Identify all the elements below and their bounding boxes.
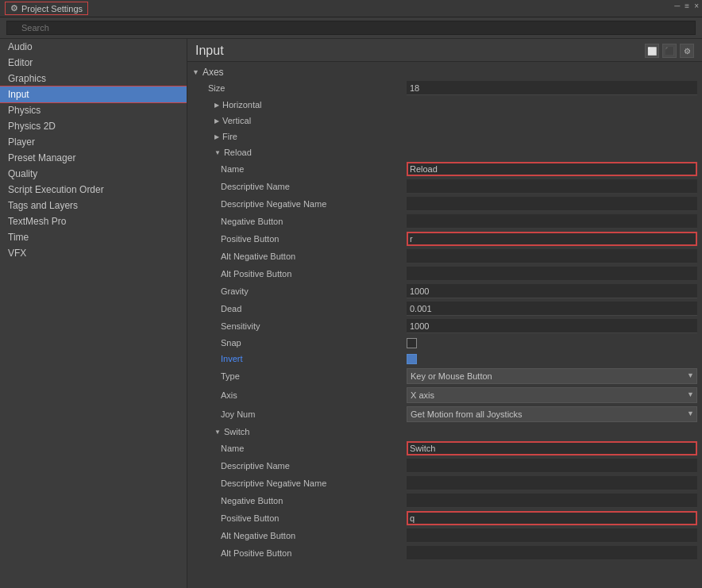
reload-sensitivity-input[interactable] <box>407 319 697 333</box>
reload-desc-neg-value <box>407 197 697 211</box>
horizontal-label[interactable]: ▶ Horizontal <box>192 100 407 110</box>
sidebar-item-tags-layers[interactable]: Tags and Layers <box>0 198 187 213</box>
reload-joynum-row: Joy Num Get Motion from all Joysticks Jo… <box>192 405 697 424</box>
horizontal-row: ▶ Horizontal <box>192 97 697 113</box>
snap-checkbox[interactable] <box>407 338 417 348</box>
switch-desc-neg-label: Descriptive Negative Name <box>192 478 407 488</box>
reload-alt-neg-label: Alt Negative Button <box>192 252 407 261</box>
switch-desc-neg-row: Descriptive Negative Name <box>192 475 697 492</box>
reload-sensitivity-value <box>407 319 697 333</box>
switch-pos-btn-label: Positive Button <box>192 513 407 523</box>
sidebar-item-script-execution[interactable]: Script Execution Order <box>0 182 187 198</box>
sidebar-item-preset-manager[interactable]: Preset Manager <box>0 150 187 166</box>
reload-type-row: Type Key or Mouse Button Mouse Movement … <box>192 367 697 386</box>
joynum-select[interactable]: Get Motion from all Joysticks Joystick 1… <box>407 406 697 422</box>
reload-dead-label: Dead <box>192 304 407 313</box>
switch-pos-btn-row: Positive Button <box>192 509 697 527</box>
reload-desc-name-row: Descriptive Name <box>192 178 697 195</box>
title-bar-controls: ─ ≡ × <box>674 2 699 10</box>
sidebar-item-vfx[interactable]: VFX <box>0 245 187 261</box>
sidebar-item-quality[interactable]: Quality <box>0 166 187 182</box>
sidebar-item-physics2d[interactable]: Physics 2D <box>0 118 187 134</box>
invert-checkbox[interactable] <box>407 354 417 364</box>
reload-snap-value <box>407 338 697 348</box>
switch-alt-neg-value <box>407 528 697 543</box>
switch-alt-neg-row: Alt Negative Button <box>192 527 697 544</box>
reload-sensitivity-row: Sensitivity <box>192 317 697 335</box>
reload-alt-pos-input[interactable] <box>407 267 697 281</box>
switch-name-row: Name <box>192 440 697 457</box>
minimize-btn[interactable]: ─ <box>674 2 680 10</box>
reload-name-input[interactable] <box>407 162 697 176</box>
reload-gravity-input[interactable] <box>407 284 697 298</box>
reload-arrow: ▼ <box>214 149 221 156</box>
panel-icon-3[interactable]: ⚙ <box>680 44 694 58</box>
invert-checkbox-wrapper <box>407 354 417 364</box>
sidebar: Audio Editor Graphics Input Physics Phys… <box>0 39 187 588</box>
reload-pos-btn-row: Positive Button <box>192 230 697 248</box>
reload-alt-neg-row: Alt Negative Button <box>192 248 697 265</box>
switch-neg-btn-label: Negative Button <box>192 496 407 505</box>
sidebar-item-player[interactable]: Player <box>0 134 187 150</box>
reload-desc-name-input[interactable] <box>407 179 697 194</box>
reload-gravity-value <box>407 284 697 298</box>
switch-desc-neg-input[interactable] <box>407 476 697 490</box>
reload-neg-btn-input[interactable] <box>407 214 697 229</box>
reload-name-value <box>407 162 697 176</box>
search-bar: 🔍 <box>0 17 702 39</box>
panel-header: Input ⬜ ⬛ ⚙ <box>187 39 702 62</box>
switch-neg-btn-row: Negative Button <box>192 492 697 509</box>
axes-size-input[interactable] <box>407 81 697 95</box>
sidebar-item-editor[interactable]: Editor <box>0 55 187 71</box>
switch-foldout-row: ▼ Switch <box>192 424 697 440</box>
switch-alt-neg-label: Alt Negative Button <box>192 531 407 540</box>
switch-alt-pos-input[interactable] <box>407 546 697 560</box>
reload-name-label: Name <box>192 164 407 174</box>
menu-btn[interactable]: ≡ <box>685 2 689 10</box>
switch-desc-name-input[interactable] <box>407 459 697 473</box>
sidebar-item-graphics[interactable]: Graphics <box>0 71 187 86</box>
switch-alt-pos-row: Alt Positive Button <box>192 544 697 562</box>
sidebar-item-audio[interactable]: Audio <box>0 39 187 55</box>
reload-axis-value: X axis Y axis 3rd axis ▼ <box>407 387 697 403</box>
search-wrapper: 🔍 <box>6 21 696 35</box>
switch-desc-name-value <box>407 459 697 473</box>
title-bar-title-group: ⚙ Project Settings <box>5 2 88 15</box>
switch-foldout-label[interactable]: ▼ Switch <box>192 427 407 436</box>
panel-icon-1[interactable]: ⬜ <box>645 44 659 58</box>
horizontal-text: Horizontal <box>222 100 262 110</box>
vertical-row: ▶ Vertical <box>192 113 697 129</box>
type-select[interactable]: Key or Mouse Button Mouse Movement Joyst… <box>407 368 697 384</box>
reload-type-value: Key or Mouse Button Mouse Movement Joyst… <box>407 368 697 384</box>
panel-icons: ⬜ ⬛ ⚙ <box>645 44 694 58</box>
switch-alt-neg-input[interactable] <box>407 528 697 543</box>
sidebar-item-time[interactable]: Time <box>0 229 187 245</box>
switch-neg-btn-input[interactable] <box>407 494 697 508</box>
search-input[interactable] <box>6 21 696 35</box>
joynum-select-wrapper: Get Motion from all Joysticks Joystick 1… <box>407 406 697 422</box>
vertical-label[interactable]: ▶ Vertical <box>192 116 407 125</box>
reload-desc-neg-input[interactable] <box>407 197 697 211</box>
switch-name-input[interactable] <box>407 441 697 455</box>
reload-alt-pos-label: Alt Positive Button <box>192 269 407 279</box>
reload-dead-input[interactable] <box>407 302 697 316</box>
sidebar-item-input[interactable]: Input <box>0 86 187 102</box>
switch-pos-btn-input[interactable] <box>407 511 697 525</box>
reload-pos-btn-value <box>407 232 697 246</box>
switch-name-label: Name <box>192 444 407 453</box>
reload-foldout-label[interactable]: ▼ Reload <box>192 148 407 157</box>
reload-pos-btn-input[interactable] <box>407 232 697 246</box>
axis-select[interactable]: X axis Y axis 3rd axis <box>407 387 697 403</box>
reload-name-row: Name <box>192 160 697 178</box>
axis-select-wrapper: X axis Y axis 3rd axis ▼ <box>407 387 697 403</box>
sidebar-item-physics[interactable]: Physics <box>0 102 187 118</box>
reload-foldout-row: ▼ Reload <box>192 144 697 160</box>
reload-pos-btn-label: Positive Button <box>192 234 407 244</box>
fire-label[interactable]: ▶ Fire <box>192 132 407 141</box>
axes-foldout[interactable]: ▼ Axes <box>192 65 697 79</box>
reload-alt-neg-input[interactable] <box>407 249 697 263</box>
panel-icon-2[interactable]: ⬛ <box>662 44 677 58</box>
reload-desc-neg-label: Descriptive Negative Name <box>192 199 407 209</box>
sidebar-item-textmesh[interactable]: TextMesh Pro <box>0 213 187 229</box>
close-btn[interactable]: × <box>694 2 699 10</box>
